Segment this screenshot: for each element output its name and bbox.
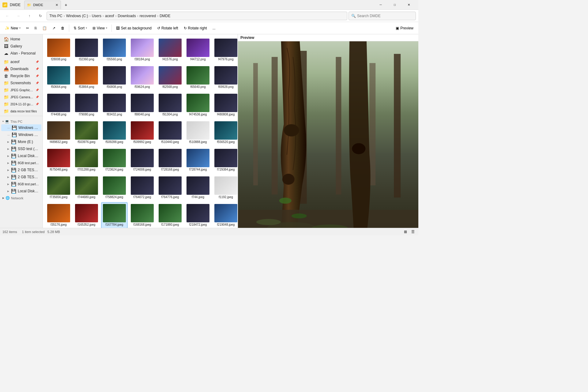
file-item[interactable]: f47976.png — [213, 37, 238, 63]
file-item[interactable]: f168168.jpeg — [129, 202, 156, 228]
sidebar-item-local-g[interactable]: ▶ 💾 Local Disk (G:) — [1, 153, 41, 159]
file-item[interactable]: f758824.jpeg — [101, 175, 128, 201]
sidebar-item-screenshots[interactable]: 📁 Screenshots 📌 — [1, 80, 41, 86]
sort-button[interactable]: ⇅ Sort ▾ — [71, 23, 89, 33]
file-item[interactable]: f38184.png — [129, 37, 156, 63]
sidebar-item-2gb-i[interactable]: ▶ 💾 2 GB TEST (I:) — [1, 167, 41, 173]
network-section[interactable]: ▶ 🌐 Network — [0, 195, 43, 201]
view-button[interactable]: ⊞ View ▾ — [90, 23, 110, 33]
sidebar-item-more-e[interactable]: ▶ 💾 More (E:) — [1, 138, 41, 145]
file-item[interactable]: f509288.jpeg — [101, 119, 128, 146]
sidebar-item-8gb-h[interactable]: ▶ 💾 8GB test partition (H:) — [1, 160, 41, 166]
file-item[interactable]: f44712.png — [185, 37, 211, 63]
file-item[interactable]: f728744.jpeg — [185, 147, 211, 173]
sidebar-item-jpeg-graphics[interactable]: 📁 JPEG Graphics file 📌 — [1, 87, 41, 93]
share-button[interactable]: ↗ — [50, 23, 58, 33]
file-item[interactable]: f723624.jpeg — [101, 147, 128, 173]
rotate-right-button[interactable]: ↻ Rotate right — [181, 23, 209, 33]
grid-view-button[interactable]: ⊞ — [402, 229, 409, 235]
file-item[interactable]: f65640.png — [185, 64, 211, 91]
close-button[interactable]: ✕ — [402, 0, 416, 10]
list-view-button[interactable]: ☰ — [410, 229, 416, 235]
sidebar-item-data-recov[interactable]: 📁 data recov test files — [1, 108, 41, 115]
sidebar-item-local-g2[interactable]: ▶ 💾 Local Disk (G:) — [1, 188, 41, 194]
file-item[interactable]: f1192.jpeg — [213, 175, 238, 201]
file-item[interactable]: f35560.png — [101, 37, 128, 63]
sidebar-item-aceof[interactable]: 📁 aceof 📌 — [1, 58, 41, 65]
file-item[interactable]: f62568.png — [157, 64, 183, 91]
preview-button[interactable]: ▣ Preview — [393, 23, 416, 33]
sidebar-item-2gb-i2[interactable]: ▶ 💾 2 GB TEST (I:) — [1, 174, 41, 180]
file-item[interactable]: f56808.png — [101, 64, 128, 91]
tab-close-icon[interactable]: ✕ — [55, 3, 58, 7]
file-item[interactable]: f489832.jpeg — [45, 119, 72, 146]
file-item[interactable]: f69928.png — [213, 64, 238, 91]
file-item[interactable]: f53864.png — [73, 64, 100, 91]
sidebar-item-personal[interactable]: ☁ Alan - Personal — [1, 50, 41, 57]
file-item[interactable]: f764072.jpeg — [129, 175, 156, 201]
file-item[interactable]: f675048.jpeg — [45, 147, 72, 173]
sidebar-item-jpeg-camera[interactable]: 📁 JPEG Camera file 📌 — [1, 94, 41, 100]
sidebar-item-windows-c[interactable]: — 💾 Windows (C:) — [1, 124, 41, 131]
file-item[interactable]: f91304.png — [157, 92, 183, 118]
file-area[interactable]: f28008.pngf32360.pngf35560.pngf38184.png… — [43, 34, 238, 228]
set-background-button[interactable]: 🖼 Set as background — [114, 23, 154, 33]
file-item[interactable]: f41576.png — [157, 37, 183, 63]
file-item[interactable]: f167784.jpeg — [101, 202, 128, 228]
file-item[interactable]: f744.jpeg — [185, 175, 211, 201]
thispc-section[interactable]: ▾ 💻 This PC — [0, 118, 43, 124]
paste-button[interactable]: 📋 — [40, 23, 49, 33]
file-item[interactable]: f35176.jpeg — [45, 202, 72, 228]
search-box[interactable]: 🔍 — [349, 12, 416, 20]
file-item[interactable]: f50664.png — [45, 64, 72, 91]
file-item[interactable]: f509992.jpeg — [129, 119, 156, 146]
new-tab-button[interactable]: + — [61, 0, 71, 10]
file-item[interactable]: f510888.jpeg — [185, 119, 211, 146]
sidebar-item-home[interactable]: 🏠 Home — [1, 36, 41, 43]
rotate-left-button[interactable]: ↺ Rotate left — [155, 23, 181, 33]
search-input[interactable] — [357, 14, 413, 18]
active-tab[interactable]: 📁 DMDE ✕ — [24, 1, 61, 9]
file-item[interactable]: f74408.png — [45, 92, 72, 118]
new-button[interactable]: ✨ New ▾ — [2, 23, 23, 33]
file-item[interactable]: f480808.jpeg — [213, 92, 238, 118]
sidebar-item-8gb-h2[interactable]: ▶ 💾 8GB test partition (H:) — [1, 181, 41, 187]
refresh-button[interactable]: ↻ — [36, 12, 45, 20]
back-button[interactable]: ← — [2, 12, 12, 20]
sidebar-item-windows-d[interactable]: — 💾 Windows (D:) — [1, 131, 41, 138]
forward-button[interactable]: → — [13, 12, 23, 20]
file-item[interactable]: f474536.jpeg — [185, 92, 211, 118]
sidebar-item-recycle-bin[interactable]: 🗑 Recycle Bin 📌 — [1, 73, 41, 79]
sidebar-item-gutter[interactable]: 📁 2024-11-10 gutter check 📌 — [1, 101, 41, 107]
file-item[interactable]: f744680.jpeg — [73, 175, 100, 201]
file-item[interactable]: f79080.png — [73, 92, 100, 118]
maximize-button[interactable]: □ — [388, 0, 402, 10]
file-item[interactable]: f764776.jpeg — [157, 175, 183, 201]
up-button[interactable]: ↑ — [24, 12, 34, 20]
file-item[interactable]: f83432.png — [101, 92, 128, 118]
minimize-button[interactable]: ─ — [374, 0, 388, 10]
sidebar-item-downloads[interactable]: 📥 Downloads 📌 — [1, 66, 41, 72]
sidebar-item-gallery[interactable]: 🖼 Gallery — [1, 43, 41, 50]
file-item[interactable]: f701288.jpeg — [73, 147, 100, 173]
file-item[interactable]: f729384.jpeg — [213, 147, 238, 173]
file-item[interactable]: f735656.jpeg — [45, 175, 72, 201]
sidebar-item-ssd-f[interactable]: ▶ 💾 SSD test (F:) — [1, 145, 41, 152]
file-item[interactable]: f724008.jpeg — [129, 147, 156, 173]
file-item[interactable]: f59624.png — [129, 64, 156, 91]
file-item[interactable]: f510440.jpeg — [157, 119, 183, 146]
file-item[interactable]: f556520.jpeg — [213, 119, 238, 146]
file-item[interactable]: f503976.jpeg — [73, 119, 100, 146]
delete-button[interactable]: 🗑 — [58, 23, 67, 33]
cut-button[interactable]: ✂ — [24, 23, 32, 33]
file-item[interactable]: f88040.png — [129, 92, 156, 118]
file-item[interactable]: f171880.jpeg — [157, 202, 183, 228]
more-button[interactable]: ... — [210, 23, 218, 33]
file-item[interactable]: f219048.jpeg — [213, 202, 238, 228]
breadcrumb[interactable]: This PC › Windows (C:) › Users › aceof ›… — [47, 12, 347, 20]
copy-button[interactable]: ⎘ — [32, 23, 39, 33]
file-item[interactable]: f32360.png — [73, 37, 100, 63]
file-item[interactable]: f165352.jpeg — [73, 202, 100, 228]
file-item[interactable]: f218472.jpeg — [185, 202, 211, 228]
file-item[interactable]: f28008.png — [45, 37, 72, 63]
